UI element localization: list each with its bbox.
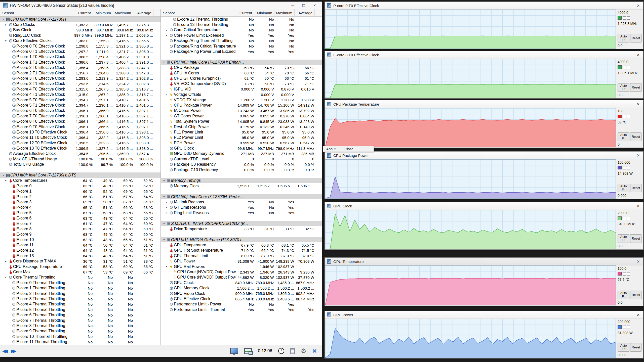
maximize-button[interactable]: □ xyxy=(298,2,309,9)
sensor-row[interactable]: Package C8 Residency0.0 %0.0 %0.0 %0.0 % xyxy=(161,162,322,167)
sensor-row[interactable]: E-core 8 T0 Effective Clock1,396.1 ...1,… xyxy=(0,119,160,124)
sensor-row[interactable]: P-core 2 T1 Effective Clock1,356.7 ...1,… xyxy=(0,70,160,76)
sensor-row[interactable]: GPU Clock840.0 MHz780.0 MHz1,485.0 ...86… xyxy=(161,280,322,285)
sensor-section-header[interactable]: ▾CPU [#0]: Intel Core i7-12700H xyxy=(0,17,160,22)
series-checkbox[interactable] xyxy=(627,166,630,169)
sensor-row[interactable]: ϟCPU Package Power14.909 W14.708 W15.106… xyxy=(161,103,322,108)
close-icon[interactable]: × xyxy=(635,259,641,264)
reset-button[interactable]: Reset xyxy=(630,184,641,192)
sensor-row[interactable]: ϟGPU Power81.308 W41.600 W149.238 W70.30… xyxy=(161,259,322,264)
sensor-row[interactable]: P-core 266 °C51 °C67 °C64 °C xyxy=(0,194,160,199)
clock-icon[interactable] xyxy=(278,348,284,354)
series-color-swatch[interactable] xyxy=(618,216,622,220)
expand-arrow[interactable]: ▾ xyxy=(4,276,8,279)
sensor-row[interactable]: P-core 3 T0 Effective Clock1,293.6 ...1,… xyxy=(0,76,160,81)
sensor-row[interactable]: P-core 166 °C52 °C69 °C65 °C xyxy=(0,189,160,194)
sensor-row[interactable]: P-core 3 Thermal ThrottlingNoNoNo xyxy=(0,296,160,301)
column-header-sensor[interactable]: Sensor xyxy=(161,9,234,16)
column-header-maximum[interactable]: Maximum xyxy=(274,9,295,16)
series-checkbox[interactable] xyxy=(623,166,626,169)
close-icon[interactable]: × xyxy=(635,101,641,107)
series-checkbox[interactable] xyxy=(623,326,626,329)
sensor-row[interactable]: P-core 4 T0 Effective Clock1,315.0 ...1,… xyxy=(0,86,160,92)
close-icon[interactable]: × xyxy=(635,312,641,318)
sensor-row[interactable]: Package/Ring Thermal ThrottlingNoNoNo xyxy=(161,38,322,43)
expand-arrow[interactable]: ▾ xyxy=(1,18,5,21)
close-icon[interactable]: × xyxy=(635,153,641,158)
sensor-row[interactable]: E-core 1264 °C48 °C64 °C61 °C xyxy=(0,248,160,253)
sensor-row[interactable]: Bus Clock99.8 MHz99.7 MHz99.8 MHz99.8 MH… xyxy=(0,27,160,33)
series-checkbox[interactable] xyxy=(623,16,626,20)
expand-arrow[interactable]: ▾ xyxy=(4,39,8,42)
series-color-swatch[interactable] xyxy=(618,115,622,118)
expand-arrow[interactable]: ▾ xyxy=(162,179,166,182)
sensor-row[interactable]: E-core 1164 °C50 °C64 °C61 °C xyxy=(0,242,160,248)
sensor-row[interactable]: E-core 1062 °C48 °C65 °C61 °C xyxy=(0,237,160,242)
sensor-row[interactable]: ▾Core Effective Clocks1,363.0 ...1,155.3… xyxy=(0,38,160,43)
expand-arrow[interactable]: ▸ xyxy=(164,211,169,214)
series-checkbox[interactable] xyxy=(627,16,630,20)
series-checkbox[interactable] xyxy=(627,217,630,220)
sensor-row[interactable]: E-core 7 Thermal ThrottlingNoNoNo xyxy=(0,318,160,323)
sensor-row[interactable]: Drive Temperature33 °C31 °C33 °C32 °C xyxy=(161,226,322,232)
close-icon[interactable]: × xyxy=(635,3,641,9)
sensor-section-header[interactable]: ▾GPU [#1]: NVIDIA GeForce RTX 3070 L... xyxy=(161,237,322,242)
sensor-row[interactable]: P-core 5 T1 Effective Clock1,394.7 ...1,… xyxy=(0,103,160,108)
sensor-row[interactable]: E-core 761 °C47 °C64 °C60 °C xyxy=(0,221,160,226)
series-checkbox[interactable] xyxy=(623,66,626,69)
sensor-section-header[interactable]: ▾S.M.A.R.T.: INTEL SSDPEKNU512GZ (B... xyxy=(161,221,322,226)
sensor-row[interactable]: ▸IA Limit ReasonsYesNoYes xyxy=(161,199,322,205)
series-checkbox[interactable] xyxy=(627,115,630,118)
sensor-row[interactable]: ▾ϟGPU Rail Powers1.946 W102.937 W xyxy=(161,264,322,269)
auto-fit-button[interactable]: Auto Fit xyxy=(618,291,629,299)
column-header-average[interactable]: Average xyxy=(295,9,315,16)
reset-button[interactable]: Reset xyxy=(630,132,641,141)
expand-arrow[interactable]: ▸ xyxy=(164,28,169,32)
sensor-row[interactable]: E-core 963 °C49 °C64 °C60 °C xyxy=(0,232,160,237)
sensor-row[interactable]: E-core 9 Thermal ThrottlingNoNoNo xyxy=(0,329,160,334)
minimize-button[interactable]: – xyxy=(287,2,298,9)
sensor-row[interactable]: GPU Thermal Limit87.0 °C87.0 °C87.0 °C87… xyxy=(161,253,322,258)
reset-button[interactable]: Reset xyxy=(630,83,641,92)
sensor-row[interactable]: P-core 4 Thermal ThrottlingNoNoNo xyxy=(0,302,160,307)
graph-titlebar[interactable]: CPU Package Power× xyxy=(325,152,643,159)
sensor-row[interactable]: CPU IA Cores68 °C54 °C70 °C66 °C xyxy=(161,70,322,76)
sensor-row[interactable]: E-core 11 Thermal ThrottlingNoNoNo xyxy=(0,339,160,344)
expand-arrow[interactable]: ▾ xyxy=(162,238,166,241)
sensor-section-header[interactable]: ▾CPU [#0]: Intel Core i7-12700H: Enhan..… xyxy=(161,60,322,65)
sensor-row[interactable]: Total CPU Usage100.0 %99.7 %100.0 %100.0… xyxy=(0,162,160,167)
sensor-row[interactable]: ▸ϟVoltage Offsets0.000 V0.000 V xyxy=(161,92,322,97)
sensor-row[interactable]: ▸GT Limit ReasonsYesNoYes xyxy=(161,205,322,210)
series-color-swatch[interactable] xyxy=(618,272,622,276)
graph-titlebar[interactable]: GPU Power× xyxy=(325,311,643,319)
sensor-row[interactable]: GPU Temperature67.9 °C60.3 °C68.1 °C65.5… xyxy=(161,242,322,248)
sensor-row[interactable]: E-core 1364 °C48 °C64 °C61 °C xyxy=(0,253,160,258)
sensor-row[interactable]: P-core 3 T1 Effective Clock1,293.6 ...1,… xyxy=(0,81,160,86)
auto-fit-button[interactable]: Auto Fit xyxy=(618,184,629,192)
sensor-row[interactable]: GPU Hot Spot Temperature74.0 °C66.2 °C74… xyxy=(161,248,322,253)
graph-titlebar[interactable]: GPU Clock× xyxy=(325,202,643,210)
sensor-row[interactable]: CPU GT Cores (Graphics)62 °C50 °C63 °C61… xyxy=(161,76,322,81)
exit-icon[interactable]: × xyxy=(312,348,317,354)
reset-button[interactable]: Reset xyxy=(630,291,641,299)
series-color-swatch[interactable] xyxy=(618,65,622,69)
sensor-row[interactable]: P-core 1 Thermal ThrottlingNoNoNo xyxy=(0,286,160,291)
series-checkbox[interactable] xyxy=(623,115,626,118)
sensor-row[interactable]: Package C10 Residency0.0 %0.0 %0.0 %0.0 … xyxy=(161,167,322,172)
column-header-current[interactable]: Current xyxy=(234,9,254,16)
sensor-row[interactable]: ϟIA Cores Power13.743 W13.467 W13.986 W1… xyxy=(161,108,322,113)
expand-arrow[interactable]: ▾ xyxy=(1,174,5,177)
sensor-row[interactable]: GPU Video Clock900.0 MHz765.0 MHz1,305.0… xyxy=(161,291,322,296)
sensor-row[interactable]: Performance Limit - PowerNoNoYes xyxy=(161,302,322,307)
sensor-row[interactable]: ▸Core Critical TemperatureNoNoNo xyxy=(161,27,322,33)
sensor-row[interactable]: P-core 2 T0 Effective Clock1,356.4 ...1,… xyxy=(0,65,160,70)
sensor-row[interactable]: CPU Package Temperature69 °C53 °C69 °C66… xyxy=(0,264,160,269)
series-color-swatch[interactable] xyxy=(618,166,622,169)
expand-arrow[interactable]: ▸ xyxy=(164,93,169,96)
sensor-row[interactable]: P-core 2 Thermal ThrottlingNoNoNo xyxy=(0,291,160,296)
sensor-row[interactable]: Package/Ring Critical TemperatureNoNoNo xyxy=(161,43,322,49)
expand-arrow[interactable]: ▸ xyxy=(4,260,8,263)
graph-titlebar[interactable]: E-core 8 T0 Effective Clock× xyxy=(325,51,643,59)
sensor-row[interactable]: GPU Effective Clock866.4 MHz780.0 MHz1,4… xyxy=(161,296,322,301)
sensor-row[interactable]: ϟTotal System Power14.805 W9.845 W23.033… xyxy=(161,119,322,124)
